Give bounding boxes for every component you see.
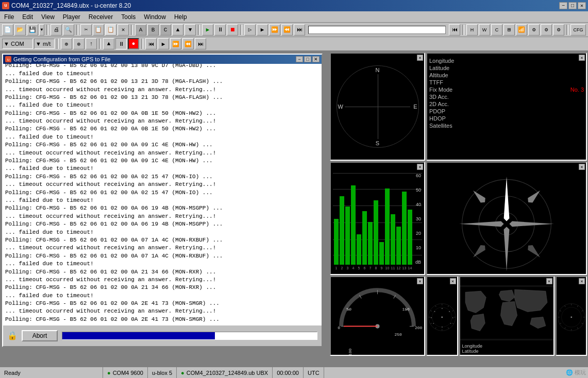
- compass-close-btn[interactable]: ✕: [417, 55, 423, 61]
- stop-button[interactable]: ⏹: [227, 24, 238, 36]
- nav-btn2[interactable]: ⏸: [115, 38, 127, 49]
- speedometer-close-btn[interactable]: ✕: [417, 278, 423, 284]
- log-line: ... failed due to timeout!: [5, 133, 320, 141]
- settings-btn1[interactable]: ⚙: [528, 24, 540, 36]
- ttff-label: TTFF: [429, 79, 443, 85]
- star-east: [509, 221, 553, 227]
- maximize-button[interactable]: □: [568, 2, 577, 9]
- new-button[interactable]: 📄: [2, 24, 13, 36]
- play-nav1[interactable]: ⏮: [145, 38, 157, 49]
- menu-view[interactable]: View: [37, 12, 59, 22]
- btn-a[interactable]: A: [135, 24, 146, 36]
- sat-num-13: 14: [408, 266, 412, 270]
- menu-window[interactable]: Window: [140, 12, 170, 22]
- dropdown-button[interactable]: ▼: [39, 24, 44, 36]
- status-port: ● COM4 9600: [103, 367, 148, 378]
- db-40: 40: [415, 202, 421, 207]
- menu-file[interactable]: File: [0, 12, 18, 22]
- satellite-close-btn[interactable]: ✕: [579, 164, 585, 170]
- ffwd-button[interactable]: ⏩: [269, 24, 280, 36]
- settings-btn2[interactable]: ⚙: [541, 24, 552, 36]
- fixmode-label: Fix Mode: [429, 87, 452, 93]
- rwd-button[interactable]: ⏪: [281, 24, 293, 36]
- bars-container: [334, 173, 411, 265]
- svg-line-30: [581, 323, 582, 323]
- nav-btn3[interactable]: ●: [128, 38, 139, 49]
- dialog-close[interactable]: ✕: [312, 56, 320, 62]
- log-line: Polling: CFG-MSG - B5 62 06 01 02 00 0A …: [5, 300, 320, 307]
- zoom2-btn[interactable]: W: [479, 24, 490, 36]
- btn-b[interactable]: B: [147, 24, 159, 36]
- separator-4: [198, 25, 200, 35]
- connect-button[interactable]: ▶: [202, 24, 213, 36]
- menu-receiver[interactable]: Receiver: [85, 12, 117, 22]
- grid-btn[interactable]: ⊞: [503, 24, 515, 36]
- play-button[interactable]: ▷: [244, 24, 256, 36]
- status-file-icon: ●: [181, 370, 184, 376]
- menu-tools[interactable]: Tools: [117, 12, 140, 22]
- save-button[interactable]: 💾: [27, 24, 38, 36]
- unit-dropdown[interactable]: ▼ m/t: [34, 39, 55, 49]
- dialog-maximize[interactable]: □: [304, 56, 311, 62]
- print-button[interactable]: 🖨: [51, 24, 62, 36]
- config-btn[interactable]: CFG: [570, 24, 586, 36]
- satellite-numbers: 1234567891011121314: [334, 265, 411, 271]
- svg-line-34: [560, 323, 561, 323]
- dialog-title-text: Getting Configuration from GPS to File: [13, 56, 110, 62]
- play-nav5[interactable]: ⏭: [195, 38, 206, 49]
- tool-btn1[interactable]: ⊕: [61, 38, 72, 49]
- copy-button[interactable]: 📋: [93, 24, 104, 36]
- settings-btn3[interactable]: ⚙: [553, 24, 564, 36]
- svg-line-20: [430, 323, 431, 323]
- tool-btn3[interactable]: ↑: [86, 38, 97, 49]
- signal-chart: 60 50 40 30 20 10 dB: [333, 173, 422, 272]
- port-dropdown[interactable]: ▼ COM: [2, 39, 33, 49]
- clock2-close-btn[interactable]: ✕: [579, 278, 585, 284]
- separator-7: [566, 25, 568, 35]
- minimize-button[interactable]: −: [559, 2, 567, 9]
- pause-button[interactable]: ⏸: [214, 24, 226, 36]
- svg-line-33: [564, 328, 565, 329]
- play2-button[interactable]: ▶: [257, 24, 268, 36]
- open-button[interactable]: 📂: [14, 24, 26, 36]
- play-nav2[interactable]: ▶: [158, 38, 169, 49]
- delete-button[interactable]: ✕: [117, 24, 129, 36]
- worldmap-close-btn[interactable]: ✕: [546, 278, 552, 284]
- menu-player[interactable]: Player: [59, 12, 85, 22]
- signal-bar-12: [402, 192, 407, 265]
- sep-t2-1: [57, 39, 59, 49]
- end-button[interactable]: ⏭: [294, 24, 305, 36]
- menu-edit[interactable]: Edit: [18, 12, 37, 22]
- dial-label-1: 1: [452, 317, 453, 319]
- tool-btn2[interactable]: ⊗: [73, 38, 85, 49]
- db-30: 30: [415, 216, 421, 221]
- abort-button[interactable]: Abort: [22, 330, 58, 341]
- print-preview-button[interactable]: 🔍: [63, 24, 74, 36]
- gps-info-panel: ✕ Longitude Latitude Altitude: [426, 53, 587, 161]
- info-close-btn[interactable]: ✕: [579, 55, 585, 61]
- sat-num-4: 5: [357, 266, 361, 270]
- import-button[interactable]: ▼: [184, 24, 196, 36]
- dialog-minimize[interactable]: −: [296, 56, 303, 62]
- signal-btn[interactable]: 📶: [516, 24, 527, 36]
- play-nav4[interactable]: ⏪: [182, 38, 194, 49]
- log-line: Polling: CFG-MSG - B5 62 06 01 02 00 0A …: [5, 141, 320, 149]
- paste-button[interactable]: 📋: [105, 24, 116, 36]
- btn-c[interactable]: C: [160, 24, 171, 36]
- zoom3-btn[interactable]: C: [491, 24, 502, 36]
- dialog-log-content: Polling: CFG-MSG - B5 62 06 01 02 00 13 …: [3, 64, 322, 325]
- zoom-btn[interactable]: H: [466, 24, 478, 36]
- fixmode-row: Fix Mode No. 3: [429, 87, 584, 93]
- main-area: u Getting Configuration from GPS to File…: [0, 51, 588, 367]
- menu-help[interactable]: Help: [170, 12, 191, 22]
- cut-button[interactable]: ✂: [80, 24, 92, 36]
- close-button[interactable]: ✕: [578, 2, 586, 9]
- dial-close-btn[interactable]: ✕: [450, 278, 456, 284]
- progress-slider[interactable]: [308, 26, 446, 34]
- nav-btn1[interactable]: ▲: [103, 38, 114, 49]
- longitude-label-map: Longitude: [462, 343, 483, 349]
- play-nav3[interactable]: ⏩: [170, 38, 181, 49]
- export-button[interactable]: ▲: [172, 24, 183, 36]
- fixmode-value: No. 3: [570, 87, 584, 93]
- end2-button[interactable]: ⏮: [449, 24, 460, 36]
